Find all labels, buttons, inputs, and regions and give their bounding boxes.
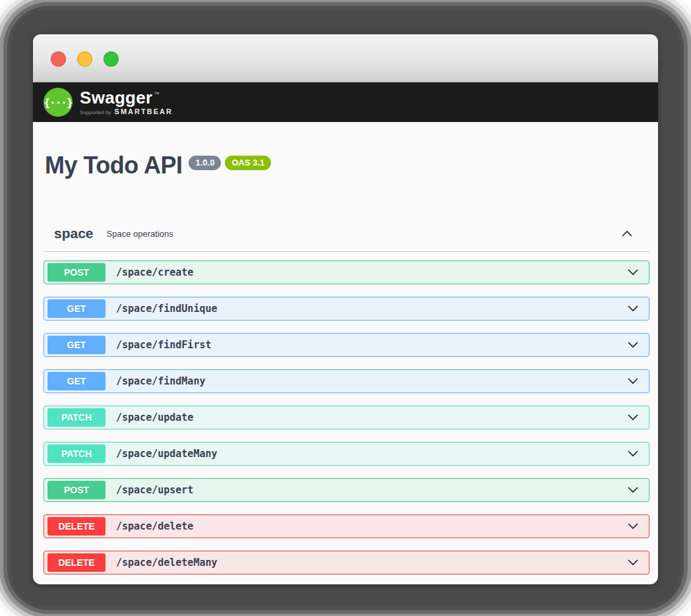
smartbear-brand: SMARTBEAR <box>115 108 173 115</box>
collapse-section-button[interactable] <box>620 229 634 238</box>
expand-operation-button[interactable] <box>626 304 640 313</box>
operation-row-delete-space-delete[interactable]: DELETE /space/delete <box>44 514 649 538</box>
minimize-button[interactable] <box>77 51 92 67</box>
chevron-up-icon <box>620 229 634 238</box>
chevron-down-icon <box>626 304 640 313</box>
operation-row-get-space-findMany[interactable]: GET /space/findMany <box>44 369 649 393</box>
method-badge: DELETE <box>47 553 105 572</box>
operation-row-patch-space-updateMany[interactable]: PATCH /space/updateMany <box>44 442 649 466</box>
expand-operation-button[interactable] <box>626 485 640 495</box>
method-badge: POST <box>47 263 105 282</box>
swagger-topbar: {···} Swagger ™ Supported by SMARTBEAR <box>33 82 658 122</box>
method-badge: GET <box>47 299 105 318</box>
operation-path: /space/updateMany <box>116 448 218 460</box>
operation-path: /space/findMany <box>116 375 205 387</box>
chevron-down-icon <box>626 413 640 422</box>
zoom-button[interactable] <box>104 51 119 67</box>
operation-row-get-space-findFirst[interactable]: GET /space/findFirst <box>44 333 649 357</box>
method-badge: PATCH <box>47 408 105 427</box>
swagger-brand-link[interactable]: {···} Swagger ™ Supported by SMARTBEAR <box>44 88 173 117</box>
trademark-symbol: ™ <box>154 91 159 97</box>
chevron-down-icon <box>626 485 640 495</box>
app-window: {···} Swagger ™ Supported by SMARTBEAR M… <box>33 34 658 584</box>
expand-operation-button[interactable] <box>626 558 640 567</box>
operation-path: /space/findUnique <box>116 303 218 315</box>
brand-text: Swagger ™ Supported by SMARTBEAR <box>80 89 173 115</box>
close-button[interactable] <box>51 51 66 67</box>
expand-operation-button[interactable] <box>626 522 640 531</box>
main-content: My Todo API 1.0.0 OAS 3.1 space Space op… <box>33 152 658 584</box>
operation-path: /space/delete <box>116 520 193 532</box>
tag-section-header[interactable]: space Space operations <box>44 226 649 252</box>
method-badge: POST <box>47 481 105 499</box>
expand-operation-button[interactable] <box>626 377 640 386</box>
supported-by-label: Supported by <box>80 109 111 115</box>
chevron-down-icon <box>626 522 640 531</box>
operation-row-patch-space-update[interactable]: PATCH /space/update <box>44 406 649 429</box>
method-badge: PATCH <box>47 445 105 463</box>
page-title: My Todo API <box>45 152 182 179</box>
operation-path: /space/upsert <box>116 484 193 496</box>
expand-operation-button[interactable] <box>626 340 640 350</box>
operation-path: /space/create <box>116 266 193 278</box>
operation-path: /space/deleteMany <box>116 557 218 569</box>
expand-operation-button[interactable] <box>626 449 640 458</box>
chevron-down-icon <box>626 449 640 458</box>
oas-badge: OAS 3.1 <box>225 156 271 170</box>
expand-operation-button[interactable] <box>626 413 640 422</box>
method-badge: GET <box>47 336 105 354</box>
operation-row-delete-space-deleteMany[interactable]: DELETE /space/deleteMany <box>44 551 649 574</box>
expand-operation-button[interactable] <box>626 268 640 277</box>
api-info-header: My Todo API 1.0.0 OAS 3.1 <box>45 152 649 179</box>
window-titlebar[interactable] <box>33 34 658 82</box>
tag-description: Space operations <box>107 229 173 239</box>
version-badge: 1.0.0 <box>189 156 221 170</box>
chevron-down-icon <box>626 340 640 350</box>
operation-row-get-space-findUnique[interactable]: GET /space/findUnique <box>44 297 649 321</box>
method-badge: GET <box>47 372 105 390</box>
chevron-down-icon <box>626 558 640 567</box>
brand-name: Swagger <box>80 89 152 107</box>
operation-row-post-space-upsert[interactable]: POST /space/upsert <box>44 478 649 502</box>
operation-path: /space/findFirst <box>116 339 212 351</box>
operations-list: POST /space/create GET /space/findUnique… <box>44 261 649 584</box>
method-badge: DELETE <box>47 517 105 536</box>
operation-row-post-space-create[interactable]: POST /space/create <box>44 261 649 284</box>
operation-path: /space/update <box>116 412 193 423</box>
swagger-logo-icon: {···} <box>44 88 73 117</box>
tag-name: space <box>54 226 94 241</box>
chevron-down-icon <box>626 268 640 277</box>
chevron-down-icon <box>626 377 640 386</box>
